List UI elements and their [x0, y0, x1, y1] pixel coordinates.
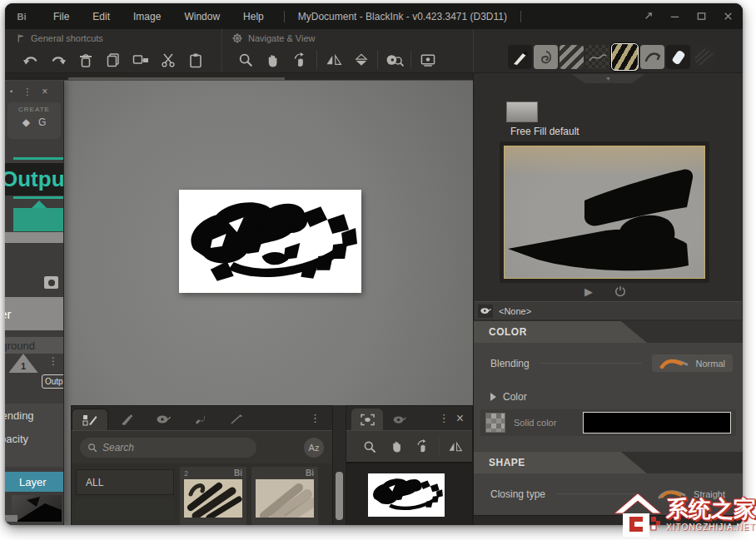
general-shortcuts-label: General shortcuts: [31, 33, 103, 43]
brush-card[interactable]: Bi: [251, 467, 318, 525]
layer-tab-selected[interactable]: Layer: [5, 472, 63, 492]
document-canvas[interactable]: [179, 190, 361, 293]
titlebar-separator: [520, 11, 521, 22]
delete-button[interactable]: [72, 48, 99, 72]
tab-navigator-eye[interactable]: [383, 409, 415, 430]
solid-color-value[interactable]: [583, 412, 731, 433]
blending-value: Normal: [696, 359, 725, 369]
nav-flip-button[interactable]: [442, 435, 469, 458]
swirl-brush-tool-button[interactable]: [534, 45, 558, 69]
nav-zoom-button[interactable]: [356, 435, 383, 458]
eraser-tool-button[interactable]: [666, 45, 690, 69]
brush-library-panel: ⋮ Az ALL 2 Bi: [71, 405, 333, 525]
duplicate-button[interactable]: [99, 48, 127, 72]
layer-thumbnail[interactable]: [12, 495, 62, 522]
navigator-viewport[interactable]: [346, 462, 472, 525]
snap-icon[interactable]: [641, 10, 654, 23]
menu-window[interactable]: Window: [172, 7, 231, 26]
flag-icon: [17, 33, 26, 43]
tab-brush-library-selected[interactable]: [72, 409, 108, 430]
toolbar-mini-divider: [316, 51, 317, 69]
library-menu-icon[interactable]: ⋮: [310, 412, 321, 424]
panel-menu-icon[interactable]: ⋮: [22, 87, 32, 97]
panel-resize-handle[interactable]: [5, 515, 17, 522]
output-node-title[interactable]: Output: [5, 163, 63, 196]
background-layer-row[interactable]: background: [5, 337, 63, 354]
tab-navigator-selected[interactable]: [351, 409, 383, 430]
tab-brush-settings[interactable]: [182, 409, 218, 430]
output-chip-button[interactable]: Output: [42, 374, 64, 389]
paste-button[interactable]: [182, 48, 209, 72]
nav-pan-button[interactable]: [383, 435, 410, 458]
flip-horizontal-button[interactable]: [320, 48, 347, 72]
diamond-layer-icon[interactable]: ◆: [22, 116, 30, 128]
panel-collapse-tab[interactable]: ▼: [572, 74, 645, 83]
menu-help[interactable]: Help: [231, 7, 276, 26]
close-button[interactable]: [721, 10, 734, 23]
navigator-close-icon[interactable]: ×: [456, 411, 464, 426]
panel-close-icon[interactable]: ×: [42, 86, 47, 97]
layer-visibility-toggle[interactable]: [44, 276, 58, 289]
scrollbar-thumb[interactable]: [336, 472, 343, 520]
generator-icon[interactable]: G: [38, 116, 46, 128]
tab-pen[interactable]: [218, 409, 255, 430]
minimize-button[interactable]: [668, 10, 681, 23]
blending-selector[interactable]: Normal: [652, 354, 733, 372]
swoosh-brush-tool-button[interactable]: [640, 45, 664, 69]
layer-row[interactable]: Layer: [5, 297, 63, 330]
sort-az-button[interactable]: Az: [304, 438, 324, 458]
tab-brush-edit[interactable]: [108, 409, 145, 430]
color-pattern-swatch[interactable]: [485, 413, 505, 433]
teal-divider: [13, 157, 64, 160]
frame-corners-icon: [361, 414, 375, 426]
rotate-view-button[interactable]: [286, 48, 314, 72]
layer-menu-icon[interactable]: ⋮: [48, 355, 58, 367]
output-node-block[interactable]: [13, 208, 64, 231]
fill-brush-tool-button-selected[interactable]: [611, 43, 639, 71]
tab-brush-preview[interactable]: [145, 409, 182, 430]
power-icon: [614, 285, 626, 297]
brush-card[interactable]: 2 Bi: [180, 467, 246, 525]
undo-button[interactable]: [17, 48, 44, 72]
ink-pen-tool-button[interactable]: [508, 45, 532, 69]
transform-button[interactable]: [127, 48, 154, 72]
panel-splitter[interactable]: [333, 405, 346, 525]
artwork: [179, 190, 361, 293]
flip-vertical-button[interactable]: [347, 48, 375, 72]
blending-property[interactable]: Blending: [5, 404, 63, 427]
navigator-menu-icon[interactable]: ⋮: [439, 412, 450, 424]
curve-brush-tool-button[interactable]: [585, 45, 609, 69]
nav-rotate-button[interactable]: [410, 435, 436, 458]
fullscreen-button[interactable]: [414, 48, 441, 72]
faint-stripes-tool-button[interactable]: [692, 45, 716, 69]
navigator-thumbnail[interactable]: [368, 473, 445, 517]
flip-horizontal-icon: [448, 441, 463, 453]
search-input[interactable]: [102, 442, 227, 453]
opacity-property[interactable]: Opacity: [5, 427, 63, 450]
preview-play-button[interactable]: ▶: [582, 285, 595, 298]
watermark-text-cn: 系统之家: [666, 498, 756, 521]
category-all[interactable]: ALL: [76, 469, 174, 495]
menu-edit[interactable]: Edit: [81, 7, 122, 26]
redo-icon: [50, 53, 67, 67]
menu-file[interactable]: File: [42, 7, 81, 26]
hatch-brush-tool-button[interactable]: [560, 45, 584, 69]
category-item[interactable]: [76, 498, 174, 520]
search-box[interactable]: [80, 438, 256, 458]
preview-power-button[interactable]: [614, 285, 627, 298]
menu-image[interactable]: Image: [122, 7, 172, 26]
maximize-button[interactable]: [694, 10, 708, 23]
color-section-header[interactable]: COLOR: [474, 321, 743, 343]
cut-button[interactable]: [154, 48, 182, 72]
brush-preset-swatch[interactable]: [506, 102, 538, 122]
hand-icon: [390, 439, 404, 453]
preview-toggle-button[interactable]: [380, 48, 408, 72]
color-group-toggle[interactable]: Color: [490, 391, 527, 403]
modifier-selector[interactable]: <None>: [475, 301, 742, 320]
modifier-selected-value: <None>: [499, 306, 531, 316]
shape-section-header[interactable]: SHAPE: [474, 452, 743, 473]
node-connector-arrow: [32, 201, 47, 208]
zoom-tool-button[interactable]: [231, 48, 259, 72]
redo-button[interactable]: [44, 48, 72, 72]
pan-tool-button[interactable]: [259, 48, 286, 72]
